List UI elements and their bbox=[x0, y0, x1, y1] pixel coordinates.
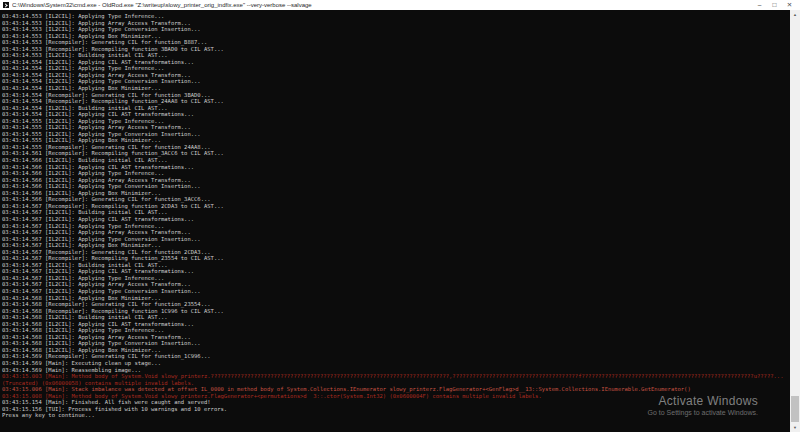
scrollbar-thumb[interactable] bbox=[791, 396, 799, 422]
activate-windows-watermark: Activate Windows Go to Settings to activ… bbox=[648, 394, 759, 416]
scrollbar[interactable]: ▲ ▼ bbox=[790, 10, 800, 432]
console-log: 03:43:14.553 [IL2CIL]: Applying Type Inf… bbox=[2, 13, 790, 419]
console-output: 03:43:14.553 [IL2CIL]: Applying Type Inf… bbox=[0, 10, 790, 432]
titlebar[interactable]: C:\Windows\System32\cmd.exe - OldRod.exe… bbox=[0, 0, 800, 10]
window-controls: – □ ✕ bbox=[752, 0, 797, 10]
watermark-subtitle: Go to Settings to activate Windows. bbox=[648, 409, 759, 416]
minimize-button[interactable]: – bbox=[752, 0, 767, 10]
watermark-title: Activate Windows bbox=[648, 394, 759, 408]
log-line: 03:43:15.006 [Main]: Stack imbalance was… bbox=[2, 386, 790, 393]
maximize-button[interactable]: □ bbox=[767, 0, 782, 10]
cmd-icon bbox=[3, 2, 9, 8]
scroll-up-icon[interactable]: ▲ bbox=[790, 10, 800, 19]
window-title: C:\Windows\System32\cmd.exe - OldRod.exe… bbox=[12, 2, 752, 8]
cmd-window: C:\Windows\System32\cmd.exe - OldRod.exe… bbox=[0, 0, 800, 432]
log-line: 03:43:15.003 [Main]: Method body of Syst… bbox=[2, 373, 790, 380]
close-button[interactable]: ✕ bbox=[782, 0, 797, 10]
scroll-down-icon[interactable]: ▼ bbox=[790, 423, 800, 432]
